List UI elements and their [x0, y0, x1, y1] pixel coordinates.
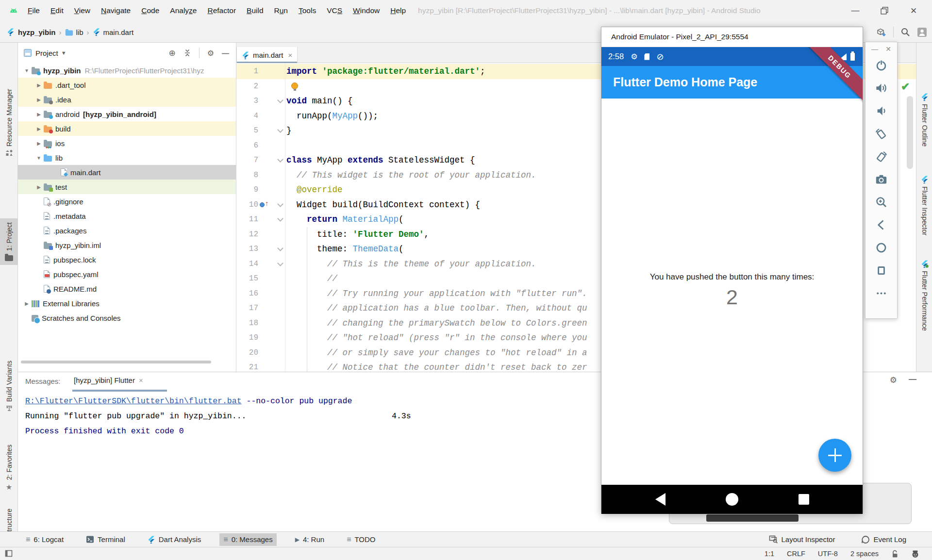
tree-item-lib[interactable]: ▼lib — [18, 150, 236, 165]
nav-home-icon[interactable] — [726, 493, 738, 506]
emulator-close-icon[interactable]: ✕ — [885, 45, 891, 53]
menu-tools[interactable]: Tools — [293, 6, 321, 15]
tree-arrow-icon[interactable]: ▶ — [22, 301, 32, 306]
tree-arrow-icon[interactable]: ▼ — [22, 68, 32, 73]
tree-item--dart-tool[interactable]: ▶.dart_tool — [18, 78, 236, 92]
project-panel-title[interactable]: Project — [35, 49, 58, 57]
zoom-icon[interactable] — [875, 196, 888, 209]
menu-help[interactable]: Help — [385, 6, 411, 15]
settings-gear-icon[interactable]: ⚙ — [207, 49, 214, 58]
toolwindow-button-layout-inspector[interactable]: Layout Inspector — [765, 533, 839, 546]
line-separator[interactable]: CRLF — [787, 550, 805, 558]
toggle-toolwindows-icon[interactable] — [5, 550, 14, 558]
menu-view[interactable]: View — [69, 6, 96, 15]
menu-window[interactable]: Window — [348, 6, 385, 15]
emulator-title-bar[interactable]: Android Emulator - Pixel_2_API_29:5554 — [601, 27, 863, 47]
maximize-icon[interactable] — [870, 1, 899, 20]
editor-scrollbar[interactable] — [907, 96, 913, 169]
tree-item-scratches-and-consoles[interactable]: Scratches and Consoles — [18, 311, 236, 325]
tree-arrow-icon[interactable]: ▶ — [34, 184, 44, 190]
tree-item-main-dart[interactable]: main.dart — [18, 165, 236, 180]
tree-item-external-libraries[interactable]: ▶External Libraries — [18, 296, 236, 311]
tree-arrow-icon[interactable]: ▶ — [34, 97, 44, 102]
tree-item-hyzp-yibin[interactable]: ▼hyzp_yibinR:\FlutterProject\FlutterProj… — [18, 63, 236, 78]
menu-navigate[interactable]: Navigate — [96, 6, 136, 15]
close-tab-icon[interactable]: × — [139, 376, 143, 384]
tree-arrow-icon[interactable]: ▶ — [34, 141, 44, 146]
tree-item--gitignore[interactable]: .gitignore — [18, 194, 236, 209]
tool-strip-flutter-outline[interactable]: Flutter Outline — [916, 93, 932, 147]
notifications-icon[interactable] — [911, 550, 919, 558]
indent-setting[interactable]: 2 spaces — [850, 550, 879, 558]
fab-add-button[interactable] — [818, 439, 851, 472]
tree-arrow-icon[interactable]: ▼ — [34, 155, 44, 161]
tool-strip-flutter-performance[interactable]: Flutter Performance — [916, 260, 932, 331]
volume-up-icon[interactable] — [875, 82, 888, 95]
toolwindow-button-0-messages[interactable]: ≡0: Messages — [219, 533, 276, 546]
back-icon[interactable] — [875, 218, 888, 231]
tool-strip-2-favorites[interactable]: 2: Favorites★ — [0, 445, 18, 492]
console-link[interactable]: R:\Flutter\FlutterSDK\flutter\bin\flutte… — [25, 396, 242, 406]
close-tab-icon[interactable]: × — [288, 51, 293, 59]
volume-down-icon[interactable] — [875, 104, 888, 117]
tree-arrow-icon[interactable]: ▶ — [34, 126, 44, 132]
minimize-icon[interactable]: — — [841, 1, 870, 20]
search-icon[interactable] — [900, 27, 910, 37]
tree-item-test[interactable]: ▶test — [18, 180, 236, 194]
menu-code[interactable]: Code — [136, 6, 165, 15]
emulator-minimize-icon[interactable]: — — [871, 45, 878, 53]
overview-icon[interactable] — [875, 264, 888, 277]
locate-icon[interactable]: ⊕ — [168, 48, 175, 58]
emulator-screen[interactable]: 2:58 ⚙ ⊘ Flutter Demo Home Page DEBUG Yo… — [601, 47, 863, 514]
nav-back-icon[interactable] — [655, 493, 666, 506]
tree-item-android[interactable]: ▶android[hyzp_yibin_android] — [18, 107, 236, 121]
hide-panel-icon[interactable]: — — [909, 375, 916, 385]
toolwindow-button-6-logcat[interactable]: ≡6: Logcat — [22, 533, 67, 546]
hide-icon[interactable]: — — [222, 49, 229, 57]
menu-vcs[interactable]: VCS — [321, 6, 348, 15]
menu-edit[interactable]: Edit — [45, 6, 69, 15]
tree-item-pubspec-lock[interactable]: pubspec.lock — [18, 252, 236, 267]
tree-item-build[interactable]: ▶build — [18, 121, 236, 136]
tree-item-pubspec-yaml[interactable]: pubspec.yaml — [18, 267, 236, 281]
toolwindow-button-4-run[interactable]: ▶4: Run — [291, 533, 328, 546]
nav-overview-icon[interactable] — [799, 494, 809, 505]
home-icon[interactable] — [875, 241, 888, 254]
tree-arrow-icon[interactable]: ▶ — [34, 82, 44, 88]
breadcrumb-folder[interactable]: lib — [76, 28, 83, 36]
breadcrumb-project[interactable]: hyzp_yibin — [18, 28, 56, 36]
menu-build[interactable]: Build — [241, 6, 268, 15]
collapse-all-icon[interactable] — [183, 49, 191, 57]
menu-refactor[interactable]: Refactor — [202, 6, 241, 15]
screenshot-icon[interactable] — [875, 173, 888, 186]
menu-run[interactable]: Run — [269, 6, 293, 15]
tree-arrow-icon[interactable]: ▶ — [34, 112, 44, 117]
tool-strip-resource-manager[interactable]: Resource Manager — [0, 89, 18, 157]
tree-item-ios[interactable]: ▶ios — [18, 136, 236, 150]
tool-strip-1-project[interactable]: 1: Project — [0, 218, 18, 265]
file-encoding[interactable]: UTF-8 — [818, 550, 838, 558]
tree-item-readme-md[interactable]: README.md — [18, 281, 236, 296]
menu-file[interactable]: File — [22, 6, 45, 15]
caret-position[interactable]: 1:1 — [765, 550, 774, 558]
toolwindow-button-terminal[interactable]: Terminal — [82, 533, 129, 546]
run-line-marker-icon[interactable]: ↑ — [260, 201, 270, 209]
settings-gear-icon[interactable]: ⚙ — [890, 375, 897, 385]
intention-bulb-icon[interactable] — [291, 82, 298, 89]
more-icon[interactable] — [875, 287, 888, 300]
rotate-left-icon[interactable] — [875, 127, 888, 140]
tab-main-dart[interactable]: main.dart × — [236, 47, 298, 63]
rotate-right-icon[interactable] — [875, 150, 888, 163]
horizontal-scrollbar[interactable] — [21, 361, 211, 363]
menu-analyze[interactable]: Analyze — [165, 6, 202, 15]
toolwindow-button-todo[interactable]: ≡TODO — [343, 533, 379, 546]
inspection-ok-icon[interactable]: ✔ — [901, 81, 910, 93]
sdk-manager-icon[interactable] — [876, 27, 886, 37]
breadcrumb-file[interactable]: main.dart — [103, 28, 134, 36]
toolwindow-button-event-log[interactable]: Event Log — [857, 533, 910, 546]
tree-item-hyzp-yibin-iml[interactable]: hyzp_yibin.iml — [18, 238, 236, 252]
tree-item--metadata[interactable]: .metadata — [18, 209, 236, 223]
close-icon[interactable]: ✕ — [899, 1, 928, 20]
power-icon[interactable] — [875, 59, 888, 72]
toolwindow-button-dart-analysis[interactable]: Dart Analysis — [144, 533, 205, 546]
